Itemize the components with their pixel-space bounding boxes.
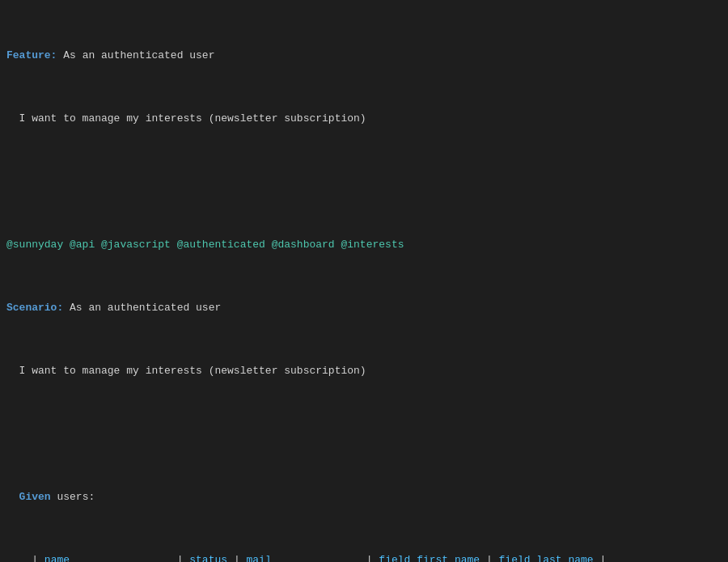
line-8: Given users:: [6, 489, 722, 505]
line-4: @sunnyday @api @javascript @authenticate…: [6, 237, 722, 253]
line-7: [6, 426, 722, 442]
code-content[interactable]: Feature: As an authenticated user I want…: [0, 0, 728, 562]
line-9: | name | status | mail | field_first_nam…: [6, 552, 722, 563]
line-2: I want to manage my interests (newslette…: [6, 111, 722, 127]
line-1: Feature: As an authenticated user: [6, 48, 722, 64]
line-3: [6, 174, 722, 190]
editor: Feature: As an authenticated user I want…: [0, 0, 728, 562]
line-6: I want to manage my interests (newslette…: [6, 363, 722, 379]
line-5: Scenario: As an authenticated user: [6, 300, 722, 316]
